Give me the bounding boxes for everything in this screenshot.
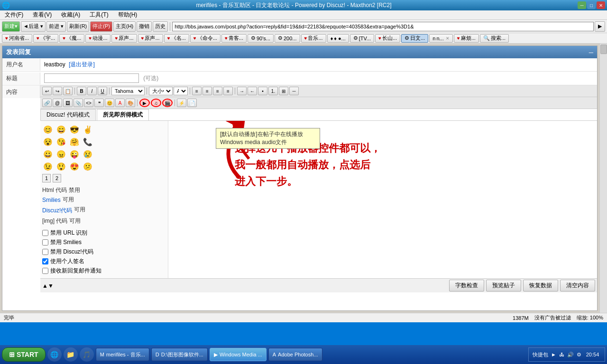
bm-7[interactable]: ♥《命令... (190, 34, 221, 43)
bm-14[interactable]: ♥长山... (375, 34, 400, 43)
resize-handle[interactable]: ▲▼ (42, 282, 54, 289)
taskbar-btn-2[interactable]: ▶ Windows Media ... (210, 348, 267, 361)
quicklaunch-ie[interactable]: 🌐 (47, 347, 62, 362)
emoji-page-2[interactable]: 2 (53, 174, 61, 182)
menu-help[interactable]: 帮助(H) (115, 10, 140, 20)
collapse-icon[interactable]: ─ (589, 49, 593, 56)
ed-hr[interactable]: ─ (289, 87, 299, 95)
ed-color2[interactable]: A (115, 99, 125, 107)
bm-10[interactable]: ⚙200... (275, 34, 300, 43)
bm-12[interactable]: ♦♦ ●... (327, 34, 349, 43)
menu-view[interactable]: 查看(V) (30, 10, 55, 20)
emoji-cool[interactable]: 😎 (69, 124, 80, 135)
ed-extra1[interactable]: 📄 (187, 99, 197, 107)
ed-align-center[interactable]: ≡ (202, 87, 212, 95)
ed-media-wma[interactable]: ♫ (151, 99, 161, 107)
ed-bg[interactable]: 🎨 (126, 99, 135, 107)
history-button[interactable]: 历史 (153, 21, 168, 32)
tray-arrow[interactable]: ► (551, 352, 556, 357)
ed-bold[interactable]: B (77, 87, 86, 95)
new-button[interactable]: 新建▾ (2, 21, 20, 32)
forward-button[interactable]: 前进 ▾ (46, 21, 66, 32)
cb-email[interactable] (42, 268, 48, 274)
cb-url[interactable] (42, 230, 48, 236)
font-color-select[interactable]: A (174, 87, 188, 95)
go-button[interactable]: ▶ (595, 21, 605, 32)
bm-3[interactable]: ♥动漫... (85, 34, 110, 43)
start-button[interactable]: ⊞ START (2, 347, 46, 362)
emoji-phone[interactable]: 📞 (82, 136, 93, 147)
bm-4[interactable]: ♥原声... (111, 34, 137, 43)
refresh-button[interactable]: 刷新(R) (67, 21, 89, 32)
bm-17[interactable]: ♥麻烦... (454, 34, 479, 43)
ed-attach[interactable]: 📎 (74, 99, 83, 107)
cb-smilies[interactable] (42, 239, 48, 246)
ed-italic[interactable]: I (87, 87, 97, 95)
stop-button[interactable]: 停止(P) (90, 21, 112, 32)
smilies-link[interactable]: Smilies (42, 197, 61, 203)
emoji-happy[interactable]: 😀 (42, 148, 54, 160)
tab-discuz[interactable]: Discuz! 代码模式 (40, 109, 96, 120)
bm-6[interactable]: ♥《名... (164, 34, 189, 43)
title-input[interactable] (44, 73, 139, 83)
emoji-angry[interactable]: 😠 (55, 148, 67, 160)
ed-paste[interactable]: 📋 (63, 87, 73, 95)
close-button[interactable]: ✕ (597, 1, 605, 9)
preview-btn[interactable]: 预览贴子 (486, 280, 521, 291)
ed-code[interactable]: <> (84, 99, 93, 107)
bm-9[interactable]: ⚙90's... (248, 34, 274, 43)
font-family-select[interactable]: Tahoma (111, 87, 145, 95)
tray-network[interactable]: 🖧 (559, 352, 564, 357)
bm-8[interactable]: ♥青客... (221, 34, 247, 43)
emoji-wink[interactable]: 😉 (42, 161, 54, 172)
quicklaunch-media[interactable]: 📁 (64, 347, 78, 362)
emoji-kiss[interactable]: 😘 (55, 136, 67, 147)
emoji-surprised[interactable]: 😲 (55, 161, 67, 172)
restore-btn[interactable]: 恢复数据 (523, 280, 558, 291)
bm-2[interactable]: ♥《魔... (59, 34, 84, 43)
taskbar-btn-3[interactable]: A Adobe Photosh... (268, 348, 322, 361)
ed-redo[interactable]: ↪ (53, 87, 62, 95)
word-count-btn[interactable]: 字数检查 (449, 280, 484, 291)
bm-search[interactable]: 🔍搜索... (480, 34, 509, 43)
discuz-code-link[interactable]: Discuz!代码 (42, 207, 72, 215)
bm-5[interactable]: ♥原声... (138, 34, 163, 43)
ed-justify[interactable]: ≡ (223, 87, 233, 95)
tray-icons[interactable]: ⚙ (577, 352, 581, 358)
clear-btn[interactable]: 清空内容 (560, 280, 595, 291)
tab-wysiwyg[interactable]: 所见即所得模式 (97, 109, 149, 120)
bm-11[interactable]: ♥音乐... (301, 34, 326, 43)
ed-image[interactable]: 🖼 (63, 99, 73, 107)
cb-discuz[interactable] (42, 249, 48, 255)
bm-15[interactable]: ⚙日文... (401, 34, 428, 43)
emoji-laugh[interactable]: 😄 (55, 124, 67, 135)
ed-outdent[interactable]: ← (248, 87, 257, 95)
menu-tools[interactable]: 工具(T) (87, 10, 111, 20)
bm-1[interactable]: ♥《宇... (33, 34, 58, 43)
emoji-sad[interactable]: 😢 (82, 148, 93, 160)
bm-16[interactable]: nn...✕ (429, 34, 452, 43)
quicklaunch-music[interactable]: 🎵 (80, 347, 94, 362)
ed-align-right[interactable]: ≡ (213, 87, 222, 95)
tray-volume[interactable]: 🔊 (567, 352, 574, 358)
emoji-wave[interactable]: ✌ (82, 124, 93, 135)
emoji-confused[interactable]: 😕 (82, 161, 93, 172)
emoji-love[interactable]: 😍 (69, 161, 80, 172)
emoji-tongue[interactable]: 😜 (69, 148, 80, 160)
ed-media-autoplay[interactable]: ▶ (139, 99, 150, 107)
taskbar-btn-1[interactable]: D D:\图形图像软件... (151, 348, 208, 361)
emoji-hug[interactable]: 🤗 (69, 136, 80, 147)
cb-signature[interactable] (42, 258, 48, 264)
font-size-select[interactable]: 大小▾ (149, 87, 173, 95)
url-bar[interactable] (172, 22, 594, 31)
tray-quick-pkg[interactable]: 快捷包 (533, 351, 548, 358)
ed-flash[interactable]: ⚡ (177, 99, 186, 107)
emoji-page-1[interactable]: 1 (42, 174, 51, 182)
revoke-button[interactable]: 撤销 (137, 21, 152, 32)
logout-link[interactable]: [退出登录] (69, 61, 95, 68)
ed-emoticon[interactable]: 😊 (105, 99, 114, 107)
bm-0[interactable]: ♥河南省... (2, 34, 32, 43)
back-button[interactable]: ◄后退 ▾ (21, 21, 46, 32)
ed-align-left[interactable]: ≡ (192, 87, 202, 95)
ed-undo[interactable]: ↩ (42, 87, 52, 95)
